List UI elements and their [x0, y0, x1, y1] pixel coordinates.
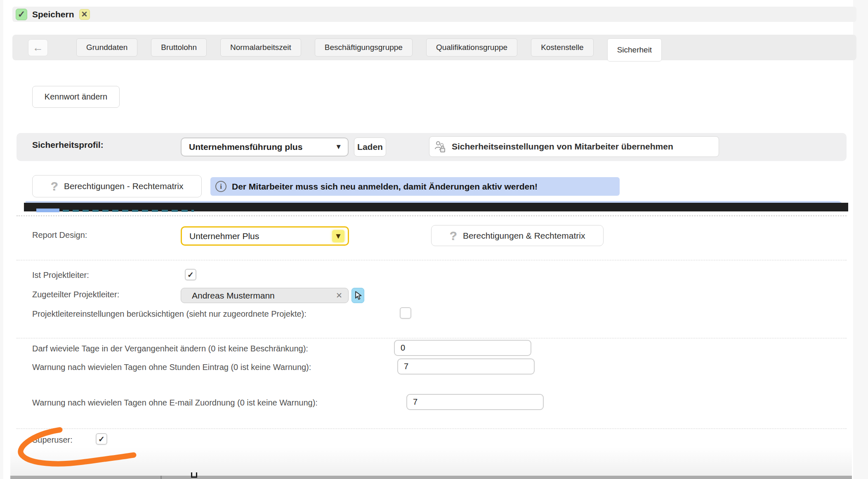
- cursor-icon: [354, 291, 362, 301]
- adopt-security-settings-button[interactable]: Sicherheitseinstellungen von Mitarbeiter…: [429, 136, 719, 157]
- assigned-project-leader-field[interactable]: Andreas Mustermann ✕: [181, 288, 349, 303]
- is-project-leader-checkbox[interactable]: ✓: [185, 269, 196, 280]
- report-design-value: Unternehmer Plus: [189, 231, 332, 241]
- load-button[interactable]: Laden: [354, 138, 386, 157]
- separator: [17, 338, 847, 339]
- rights-matrix-button[interactable]: ? Berechtigungen - Rechtematrix: [32, 175, 202, 197]
- tab-normalarbeitszeit[interactable]: Normalarbeitszeit: [220, 38, 301, 57]
- tab-list: Grunddaten Bruttolohn Normalarbeitszeit …: [76, 38, 662, 62]
- security-profile-value: Unternehmensführung plus: [189, 142, 335, 152]
- tab-bruttolohn[interactable]: Bruttolohn: [151, 38, 207, 57]
- clipped-bottom-bar: [10, 476, 852, 479]
- rights-and-matrix-label: Berechtigungen & Rechtematrix: [463, 231, 585, 241]
- past-days-limit-input[interactable]: 0: [394, 340, 531, 356]
- question-mark-icon: ?: [51, 179, 58, 193]
- assigned-project-leader-label: Zugeteilter Projektleiter:: [32, 290, 119, 299]
- left-margin: [0, 0, 3, 479]
- rights-matrix-label: Berechtigungen - Rechtematrix: [64, 181, 183, 191]
- back-arrow-icon: ←: [33, 41, 43, 54]
- users-lock-icon: [434, 140, 447, 153]
- tab-beschaeftigungsgruppe[interactable]: Beschäftigungsgruppe: [315, 38, 413, 57]
- assigned-project-leader-value: Andreas Mustermann: [192, 291, 336, 301]
- chevron-down-icon: ▼: [335, 143, 342, 151]
- clear-icon[interactable]: ✕: [336, 291, 342, 300]
- chevron-down-icon: ▼: [332, 230, 344, 242]
- clipped-text-fragment: [36, 209, 59, 212]
- separator: [17, 260, 847, 261]
- project-leader-settings-label: Projektleitereinstellungen berücksichtig…: [32, 309, 307, 319]
- email-warning-label: Warnung nach wievielen Tagen ohne E-mail…: [32, 398, 318, 408]
- save-check-icon[interactable]: ✓: [16, 9, 27, 20]
- clipped-bottom-divider: [160, 476, 162, 479]
- tab-bar: ← Grunddaten Bruttolohn Normalarbeitszei…: [12, 35, 856, 60]
- close-icon[interactable]: ✕: [79, 9, 90, 20]
- right-margin: [853, 0, 868, 479]
- rights-and-matrix-button[interactable]: ? Berechtigungen & Rechtematrix: [431, 225, 604, 246]
- relogin-info-message: i Der Mitarbeiter muss sich neu anmelden…: [210, 177, 620, 196]
- separator: [17, 215, 847, 216]
- question-mark-icon: ?: [450, 229, 457, 243]
- orange-annotation-swoosh: [8, 423, 144, 471]
- clipped-bottom-text-fragment: [191, 472, 197, 478]
- back-button[interactable]: ←: [28, 39, 48, 56]
- info-icon: i: [215, 181, 226, 192]
- change-password-button[interactable]: Kennwort ändern: [32, 86, 120, 108]
- report-design-select[interactable]: Unternehmer Plus ▼: [181, 226, 349, 246]
- report-design-label: Report Design:: [32, 230, 87, 240]
- is-project-leader-label: Ist Projektleiter:: [32, 270, 89, 280]
- past-days-limit-label: Darf wieviele Tage in der Vergangenheit …: [32, 344, 308, 353]
- tab-qualifikationsgruppe[interactable]: Qualifikationsgruppe: [426, 38, 517, 57]
- check-icon: ✓: [187, 270, 194, 280]
- adopt-security-settings-label: Sicherheitseinstellungen von Mitarbeiter…: [452, 142, 673, 152]
- email-warning-input[interactable]: 7: [406, 394, 544, 410]
- project-leader-settings-checkbox[interactable]: [400, 307, 411, 319]
- tab-sicherheit[interactable]: Sicherheit: [607, 38, 662, 62]
- tab-grunddaten[interactable]: Grunddaten: [76, 38, 137, 57]
- pick-employee-button[interactable]: [351, 288, 364, 303]
- save-label[interactable]: Speichern: [32, 9, 74, 19]
- hours-warning-input[interactable]: 7: [397, 358, 535, 375]
- relogin-info-text: Der Mitarbeiter muss sich neu anmelden, …: [232, 182, 538, 192]
- security-settings-page: ✓ Speichern ✕ ← Grunddaten Bruttolohn No…: [0, 0, 868, 479]
- clipped-text-fragment: [63, 210, 194, 212]
- tab-kostenstelle[interactable]: Kostenstelle: [531, 38, 594, 57]
- security-profile-label: Sicherheitsprofil:: [32, 140, 104, 150]
- hours-warning-label: Warnung nach wievielen Tagen ohne Stunde…: [32, 363, 311, 372]
- save-bar: ✓ Speichern ✕: [12, 7, 856, 22]
- security-profile-select[interactable]: Unternehmensführung plus ▼: [181, 138, 349, 157]
